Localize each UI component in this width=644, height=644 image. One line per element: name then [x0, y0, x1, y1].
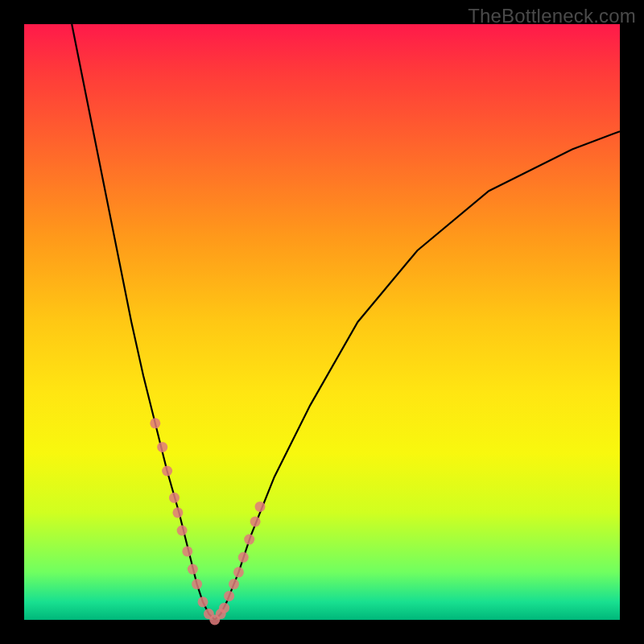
highlighted-points	[150, 418, 265, 625]
marker-point	[238, 552, 249, 563]
marker-point	[150, 418, 160, 428]
chart-svg	[24, 24, 620, 620]
marker-point	[224, 591, 234, 601]
marker-point	[198, 597, 208, 607]
marker-point	[177, 526, 188, 536]
marker-point	[229, 579, 239, 589]
marker-point	[188, 564, 198, 575]
marker-point	[233, 567, 244, 577]
marker-point	[157, 442, 167, 452]
chart-plot-area	[24, 24, 620, 620]
watermark-text: TheBottleneck.com	[468, 5, 636, 27]
marker-point	[192, 579, 202, 589]
marker-point	[219, 603, 229, 613]
bottleneck-curve	[72, 24, 620, 620]
marker-point	[169, 493, 180, 503]
marker-point	[250, 516, 261, 526]
marker-point	[255, 502, 266, 512]
marker-point	[162, 466, 172, 477]
marker-point	[182, 546, 192, 556]
marker-point	[172, 507, 183, 518]
marker-point	[244, 535, 254, 545]
